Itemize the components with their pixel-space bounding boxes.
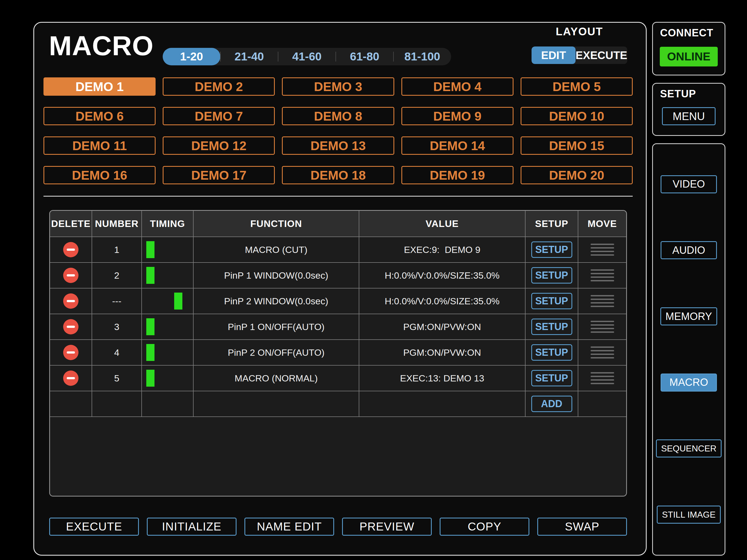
step-setup-button[interactable]: SETUP <box>531 344 572 361</box>
bank-tab-bar: 1-20 21-40 41-60 61-80 81-100 <box>163 48 451 65</box>
timing-cell <box>142 365 194 391</box>
delete-step-button[interactable] <box>63 371 78 386</box>
step-function: PinP 1 ON/OFF(AUTO) <box>194 314 359 340</box>
bank-tab[interactable]: 61-80 <box>336 48 393 65</box>
add-step-button[interactable]: ADD <box>531 396 572 412</box>
setup-cell: SETUP <box>525 288 578 314</box>
macro-action-button[interactable]: EXECUTE <box>49 518 139 536</box>
step-number: --- <box>92 288 142 314</box>
delete-cell <box>50 237 92 263</box>
online-status-button[interactable]: ONLINE <box>660 47 718 67</box>
setup-box: SETUP MENU <box>652 83 725 136</box>
sidebar-nav-label: STILL IMAGE <box>662 510 716 519</box>
macro-slot-button[interactable]: DEMO 12 <box>163 136 275 155</box>
drag-handle-icon[interactable] <box>591 295 614 307</box>
macro-slot-button[interactable]: DEMO 1 <box>44 77 156 96</box>
macro-slot-button[interactable]: DEMO 3 <box>282 77 394 96</box>
macro-slot-button[interactable]: DEMO 4 <box>402 77 514 96</box>
sidebar-nav-button[interactable]: SEQUENCER <box>656 439 722 457</box>
header-number: NUMBER <box>92 211 142 237</box>
macro-slot-label: DEMO 1 <box>75 79 124 94</box>
minus-icon <box>67 326 75 328</box>
sidebar-nav-label: AUDIO <box>672 245 705 256</box>
step-function: MACRO (NORMAL) <box>194 365 359 391</box>
macro-step-row: 4 PinP 2 ON/OFF(AUTO) PGM:ON/PVW:ON SETU… <box>50 340 626 365</box>
sidebar-nav-button[interactable]: MEMORY <box>660 307 717 325</box>
step-value: PGM:ON/PVW:ON <box>359 314 525 340</box>
sidebar-nav-label: VIDEO <box>673 178 705 190</box>
macro-slot-button[interactable]: DEMO 14 <box>402 136 514 155</box>
delete-step-button[interactable] <box>63 294 78 309</box>
step-setup-button[interactable]: SETUP <box>531 293 572 309</box>
step-setup-button[interactable]: SETUP <box>531 241 572 258</box>
macro-slot-button[interactable]: DEMO 20 <box>521 166 633 184</box>
setup-cell: SETUP <box>525 263 578 288</box>
bank-tab-label: 1-20 <box>180 50 203 63</box>
sidebar-nav-button[interactable]: AUDIO <box>661 241 717 259</box>
sidebar-nav-label: MEMORY <box>666 311 712 322</box>
layout-mode-toggle: EDIT EXECUTE <box>532 47 627 64</box>
macro-slot-button[interactable]: DEMO 11 <box>44 136 156 155</box>
timing-cell <box>142 237 194 263</box>
macro-slot-button[interactable]: DEMO 17 <box>163 166 275 184</box>
macro-action-button[interactable]: NAME EDIT <box>244 518 334 536</box>
macro-action-button[interactable]: COPY <box>440 518 530 536</box>
macro-slot-button[interactable]: DEMO 5 <box>521 77 633 96</box>
setup-cell: SETUP <box>525 314 578 340</box>
macro-slot-button[interactable]: DEMO 8 <box>282 107 394 125</box>
step-setup-button[interactable]: SETUP <box>531 319 572 335</box>
step-function: PinP 1 WINDOW(0.0sec) <box>194 263 359 288</box>
menu-button[interactable]: MENU <box>662 107 716 125</box>
delete-step-button[interactable] <box>63 345 78 360</box>
connect-label: CONNECT <box>660 27 713 39</box>
macro-slot-button[interactable]: DEMO 15 <box>521 136 633 155</box>
setup-cell: SETUP <box>525 365 578 391</box>
minus-icon <box>67 377 75 379</box>
macro-action-button[interactable]: INITIALIZE <box>147 518 236 536</box>
drag-handle-icon[interactable] <box>591 347 614 358</box>
bank-tab[interactable]: 21-40 <box>221 48 278 65</box>
drag-handle-icon[interactable] <box>591 372 614 384</box>
bank-tab[interactable]: 1-20 <box>163 48 221 65</box>
delete-step-button[interactable] <box>63 268 78 283</box>
macro-slot-button[interactable]: DEMO 16 <box>44 166 156 184</box>
layout-edit-button[interactable]: EDIT <box>532 47 575 64</box>
macro-action-button[interactable]: SWAP <box>537 518 627 536</box>
macro-slot-button[interactable]: DEMO 19 <box>402 166 514 184</box>
delete-step-button[interactable] <box>63 242 78 257</box>
macro-action-button[interactable]: PREVIEW <box>342 518 432 536</box>
sidebar-nav-button[interactable]: MACRO <box>661 374 717 391</box>
macro-slot-button[interactable]: DEMO 7 <box>163 107 275 125</box>
macro-slot-button[interactable]: DEMO 10 <box>521 107 633 125</box>
macro-slot-button[interactable]: DEMO 6 <box>44 107 156 125</box>
table-empty-area <box>50 417 626 496</box>
step-setup-button[interactable]: SETUP <box>531 267 572 284</box>
sidebar-nav-label: MACRO <box>669 377 708 388</box>
sidebar-nav-button[interactable]: VIDEO <box>661 175 717 193</box>
sidebar-nav-button[interactable]: STILL IMAGE <box>657 506 721 524</box>
bank-tab[interactable]: 41-60 <box>278 48 336 65</box>
header-timing: TIMING <box>142 211 194 237</box>
bank-tab[interactable]: 81-100 <box>393 48 451 65</box>
layout-execute-button[interactable]: EXECUTE <box>575 47 627 64</box>
drag-handle-icon[interactable] <box>591 244 614 256</box>
move-cell <box>578 288 626 314</box>
macro-slot-button[interactable]: DEMO 13 <box>282 136 394 155</box>
macro-slot-button[interactable]: DEMO 2 <box>163 77 275 96</box>
step-function: MACRO (CUT) <box>194 237 359 263</box>
timing-indicator <box>146 370 154 387</box>
delete-step-button[interactable] <box>63 319 78 334</box>
timing-cell <box>142 263 194 288</box>
macro-slot-button[interactable]: DEMO 18 <box>282 166 394 184</box>
delete-cell <box>50 263 92 288</box>
setup-cell: SETUP <box>525 340 578 365</box>
drag-handle-icon[interactable] <box>591 321 614 333</box>
move-cell <box>578 365 626 391</box>
layout-label: LAYOUT <box>532 25 627 38</box>
step-function: PinP 2 ON/OFF(AUTO) <box>194 340 359 365</box>
step-setup-button[interactable]: SETUP <box>531 370 572 386</box>
macro-slot-button[interactable]: DEMO 9 <box>402 107 514 125</box>
move-cell <box>578 263 626 288</box>
drag-handle-icon[interactable] <box>591 269 614 281</box>
bank-tab-label: 61-80 <box>350 50 379 63</box>
